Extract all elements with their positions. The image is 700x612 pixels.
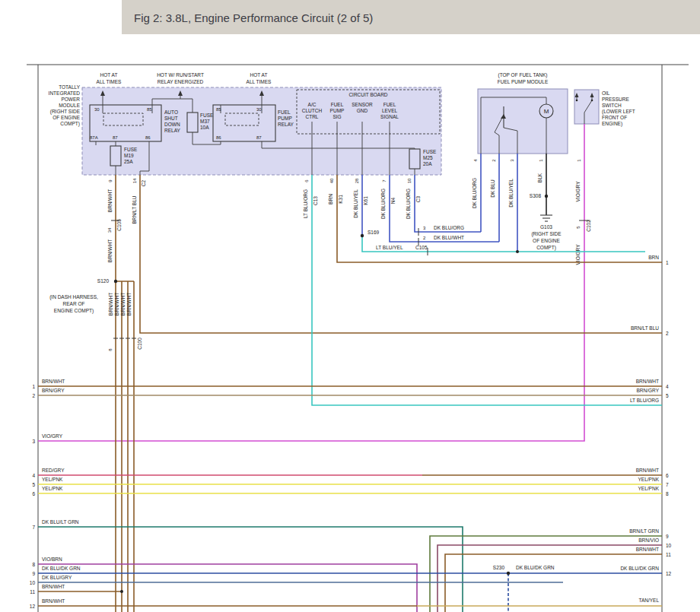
hot3-line1: HOT AT bbox=[250, 72, 268, 78]
ground-g103: S308 G103 (RIGHT SIDE OF ENGINE COMPT) bbox=[530, 193, 562, 251]
tipm-pin-9: 9 bbox=[108, 179, 113, 182]
branch-label-3: BRN/WHT bbox=[120, 293, 126, 316]
right-num-9: 9 bbox=[666, 534, 669, 539]
splice-s169: S169 bbox=[361, 230, 380, 237]
cb-pin-7: 7 bbox=[382, 179, 387, 182]
mid-pin-2: 2 bbox=[423, 236, 426, 240]
left-num-6: 6 bbox=[32, 491, 35, 496]
fpr-pin-30: 30 bbox=[256, 107, 262, 112]
fpr-label-2: PUMP bbox=[278, 116, 292, 121]
splice-s120: S120 bbox=[97, 278, 117, 284]
right-label-10: BRN/VIO bbox=[638, 537, 659, 543]
oil-pressure-switch: OIL PRESSURE SWITCH (LOWER LEFT FRONT OF… bbox=[574, 90, 635, 127]
asd-label-4: RELAY bbox=[164, 128, 180, 133]
left-num-11: 11 bbox=[30, 589, 35, 595]
fpm-wire-2: DK BLU bbox=[490, 179, 495, 198]
dash-note-3: ENGINE COMPT) bbox=[54, 308, 94, 314]
junction-dot bbox=[516, 250, 519, 253]
asd-pin-86: 86 bbox=[145, 135, 151, 140]
conn-c3: C3 bbox=[415, 195, 421, 202]
asd-pin-30: 30 bbox=[94, 107, 100, 112]
right-num-12: 12 bbox=[666, 571, 672, 576]
junction-dot-row11 bbox=[120, 590, 123, 593]
asd-label-1: AUTO bbox=[164, 109, 178, 115]
circuit-board-title: CIRCUIT BOARD bbox=[348, 92, 387, 97]
cb-pin-10: 10 bbox=[407, 178, 412, 183]
hot1-line2: ALL TIMES bbox=[97, 79, 123, 84]
branch-label-2: BRN/WHT bbox=[114, 293, 119, 316]
fuse-m25-label-3: 20A bbox=[423, 161, 432, 166]
right-label-1: BRN bbox=[648, 255, 659, 260]
fpr-pin-85: 85 bbox=[216, 107, 221, 112]
right-num-7: 7 bbox=[666, 482, 669, 487]
wire-viobrn-row8 bbox=[38, 564, 417, 612]
tipm-name-3: POWER bbox=[61, 97, 80, 102]
wire-dkbluorg-fused bbox=[415, 175, 481, 232]
hot3-line2: ALL TIMES bbox=[247, 79, 272, 84]
diagram-canvas: Fig 2: 3.8L, Engine Performance Circuit … bbox=[0, 0, 700, 612]
cb-col3-1: SENSOR bbox=[352, 102, 373, 107]
right-num-10: 10 bbox=[666, 543, 672, 548]
left-num-9: 9 bbox=[32, 571, 35, 576]
left-label-4: RED/GRY bbox=[42, 468, 65, 473]
cb-col2-2: PUMP bbox=[330, 108, 345, 113]
ops-pin-1: 1 bbox=[577, 159, 581, 162]
left-label-5: YEL/PNK bbox=[42, 477, 63, 482]
tipm-name-1: TOTALLY bbox=[59, 84, 80, 90]
wire-brnvio-row10 bbox=[438, 545, 662, 612]
fpr-label-1: FUEL bbox=[278, 109, 291, 115]
fuse-m19-label-2: M19 bbox=[124, 153, 134, 158]
splice-s308-label: S308 bbox=[530, 193, 542, 198]
right-label-3: BRN/WHT bbox=[636, 379, 659, 384]
wire-ltbluyel bbox=[362, 236, 645, 252]
right-num-2: 2 bbox=[666, 331, 669, 336]
asd-pin-85: 85 bbox=[147, 107, 152, 112]
ops-box bbox=[574, 90, 599, 124]
left-label-1: BRN/WHT bbox=[42, 379, 65, 384]
left-num-2: 2 bbox=[32, 393, 35, 398]
header-bar: Fig 2: 3.8L, Engine Performance Circuit … bbox=[122, 0, 700, 34]
fpm-wire-3: DK BLU/YEL bbox=[508, 179, 514, 208]
fpm-pin-2: 2 bbox=[492, 159, 496, 162]
cb-col4-1: FUEL bbox=[383, 102, 396, 107]
left-label-2: BRN/GRY bbox=[42, 388, 65, 393]
left-num-7: 7 bbox=[32, 525, 35, 530]
right-label-7: YEL/PNK bbox=[638, 477, 660, 482]
right-label-5: LT BLU/ORG bbox=[630, 398, 659, 403]
dash-note-2: REAR OF bbox=[63, 301, 85, 306]
mid-run-labels: 3 DK BLU/ORG 2 DK BLU/WHT LT BLU/YEL C10… bbox=[376, 225, 519, 255]
splice-s230-label: S230 bbox=[493, 565, 505, 570]
wire-brnwht-branches bbox=[116, 281, 134, 612]
cb-wire-dkbluorg-2: DK BLU/ORG bbox=[406, 189, 411, 219]
left-num-8: 8 bbox=[32, 562, 35, 567]
right-num-3: 4 bbox=[666, 384, 669, 389]
fpr-pin-86: 86 bbox=[216, 135, 221, 140]
hot2-line1: HOT W/ RUN/START bbox=[157, 72, 204, 78]
asd-pin-87a: 87A bbox=[90, 135, 98, 140]
wire-ltbluorg bbox=[312, 175, 662, 405]
branch-wire-labels: BRN/WHT BRN/WHT BRN/WHT BRN/WHT bbox=[108, 293, 132, 316]
branch-label-4: BRN/WHT bbox=[126, 293, 132, 316]
cb-col3-2: GND bbox=[357, 108, 368, 113]
conn-pin-34: 34 bbox=[107, 227, 112, 233]
cb-pin-28: 28 bbox=[355, 178, 359, 183]
cb-wire-ltbluorg: LT BLU/ORG bbox=[303, 189, 308, 218]
fuse-m25-label-2: M25 bbox=[423, 155, 433, 160]
cb-wire-dkbluyel: DK BLU/YEL bbox=[353, 189, 358, 218]
wire-label-brnltblu: BRN/LT BLU bbox=[132, 195, 137, 224]
right-label-13: TAN/YEL bbox=[638, 598, 659, 603]
circuit-c13: C13 bbox=[313, 196, 318, 205]
left-num-4: 4 bbox=[32, 473, 35, 478]
ground-loc-2: OF ENGINE bbox=[533, 238, 560, 243]
left-label-6: YEL/PNK bbox=[42, 486, 63, 491]
cb-pin-40: 40 bbox=[329, 178, 334, 183]
right-label-2: BRN/LT BLU bbox=[631, 325, 659, 331]
power-feed-labels: HOT AT ALL TIMES HOT W/ RUN/START RELAY … bbox=[97, 72, 272, 84]
left-label-8: VIO/BRN bbox=[42, 557, 62, 562]
left-num-12: 12 bbox=[30, 604, 36, 609]
ops-label-6: ENGINE) bbox=[602, 121, 622, 127]
wire-dkbultgrn-row7 bbox=[38, 527, 463, 612]
wire-brnltblu bbox=[140, 175, 662, 333]
conn-c2: C2 bbox=[141, 179, 146, 186]
right-label-6: BRN/WHT bbox=[636, 468, 659, 473]
